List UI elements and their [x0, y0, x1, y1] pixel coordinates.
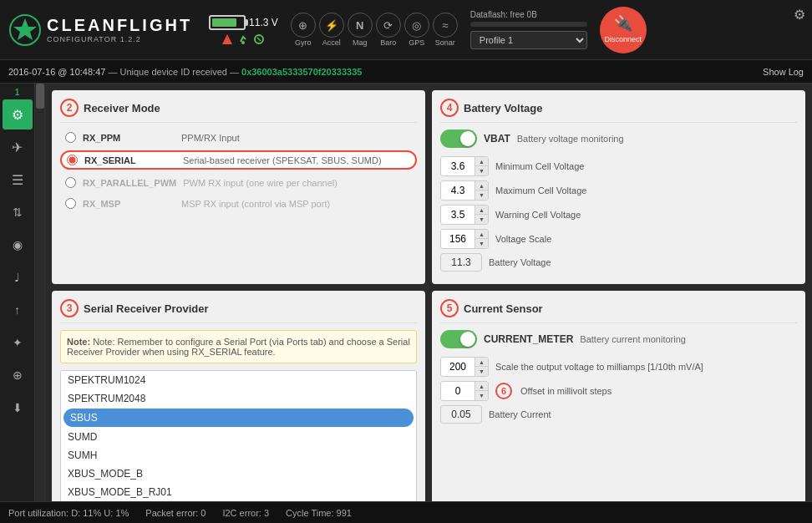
- scale-output-label: Scale the output voltage to milliamps [1…: [495, 362, 703, 372]
- svg-marker-1: [13, 18, 37, 40]
- nav-sonar[interactable]: ≈ Sonar: [433, 13, 458, 47]
- provider-sumh[interactable]: SUMH: [61, 446, 416, 465]
- battery-voltage-readonly: 11.3: [440, 253, 482, 272]
- main-layout: 1 ⚙ ✈ ☰ ⇅ ◉ ♩ ↑ ✦ ⊕ ⬇ 2 Receiver Mode: [0, 84, 812, 501]
- volt-scale-down-btn[interactable]: ▼: [475, 239, 488, 248]
- gear-icon[interactable]: ⚙: [794, 7, 805, 23]
- provider-xbus-mode-b[interactable]: XBUS_MODE_B: [61, 465, 416, 483]
- content-area: 2 Receiver Mode RX_PPM PPM/RX Input RX_S…: [45, 84, 812, 501]
- sidebar-item-pid[interactable]: ⇅: [3, 197, 33, 227]
- min-cell-down-btn[interactable]: ▼: [475, 166, 488, 175]
- sidebar-item-gps2[interactable]: ⊕: [3, 360, 33, 390]
- rx-ppm-option[interactable]: RX_PPM PPM/RX Input: [60, 129, 417, 145]
- packet-error: Packet error: 0: [145, 508, 206, 518]
- dataflash-area: Dataflash: free 0B Profile 1: [470, 10, 587, 49]
- rx-serial-radio[interactable]: [67, 155, 78, 165]
- nav-baro[interactable]: ⟳ Baro: [376, 13, 401, 47]
- nav-gyro[interactable]: ⊕ Gyro: [291, 13, 316, 47]
- sidebar-item-settings[interactable]: ⚙: [3, 99, 33, 129]
- disconnect-button[interactable]: 🔌 Disconnect: [600, 7, 647, 53]
- provider-spektrum1024[interactable]: SPEKTRUM1024: [61, 371, 416, 389]
- vbat-desc: Battery voltage monitoring: [517, 134, 624, 144]
- rx-serial-option[interactable]: RX_SERIAL Serial-based receiver (SPEKSAT…: [60, 150, 417, 170]
- rx-msp-desc: MSP RX input (control via MSP port): [181, 199, 330, 209]
- max-cell-up-btn[interactable]: ▲: [475, 181, 488, 190]
- rx-ppm-radio[interactable]: [65, 132, 76, 143]
- sidebar-number-1: 1: [3, 88, 33, 97]
- profile-select[interactable]: Profile 1: [470, 31, 587, 49]
- nav-gps[interactable]: ◎ GPS: [404, 13, 429, 47]
- provider-spektrum2048[interactable]: SPEKTRUM2048: [61, 389, 416, 408]
- sidebar-item-control[interactable]: ☰: [3, 165, 33, 195]
- volt-scale-up-btn[interactable]: ▲: [475, 230, 488, 239]
- nav-mag[interactable]: N Mag: [348, 13, 373, 47]
- provider-sbus[interactable]: SBUS: [63, 409, 414, 427]
- show-log-button[interactable]: Show Log: [763, 67, 804, 77]
- warn-cell-up-btn[interactable]: ▲: [475, 206, 488, 215]
- rx-parallel-option[interactable]: RX_PARALLEL_PWM PWM RX input (one wire p…: [60, 175, 417, 190]
- offset-label: Offset in millivolt steps: [520, 386, 612, 396]
- rx-parallel-label: RX_PARALLEL_PWM: [83, 178, 176, 188]
- current-meter-desc: Battery current monitoring: [580, 334, 686, 344]
- battery-voltage-text: 11.3 V: [249, 17, 278, 28]
- sidebar-item-servo[interactable]: ✦: [3, 328, 33, 358]
- min-cell-voltage-input[interactable]: [441, 158, 475, 175]
- nav-accel[interactable]: ⚡ Accel: [319, 13, 344, 47]
- warning-cell-voltage-input[interactable]: [441, 206, 475, 223]
- rx-ppm-desc: PPM/RX Input: [181, 133, 240, 143]
- warning-cell-label: Warning Cell Voltage: [495, 210, 581, 220]
- min-cell-label: Minimum Cell Voltage: [495, 161, 584, 171]
- logo-sub: CONFIGURATOR 1.2.2: [47, 35, 192, 43]
- offset-input[interactable]: [441, 383, 475, 399]
- scale-down-btn[interactable]: ▼: [475, 367, 488, 376]
- rx-serial-label: RX_SERIAL: [84, 155, 176, 165]
- logo-text: CLEANFLIGHT: [47, 16, 192, 35]
- svg-point-3: [241, 41, 245, 44]
- battery-indicator: 11.3 V: [209, 15, 278, 45]
- receiver-options: RX_PPM PPM/RX Input RX_SERIAL Serial-bas…: [60, 129, 417, 211]
- logo: CLEANFLIGHT CONFIGURATOR 1.2.2: [8, 13, 192, 47]
- sidebar-item-down[interactable]: ⬇: [3, 393, 33, 423]
- offset-down-btn[interactable]: ▼: [475, 391, 488, 400]
- scale-up-btn[interactable]: ▲: [475, 358, 488, 367]
- rx-parallel-desc: PWM RX input (one wire per channel): [183, 178, 337, 188]
- scale-output-input[interactable]: [441, 358, 475, 375]
- status-message: — Unique device ID received —: [108, 67, 239, 77]
- i2c-error: I2C error: 3: [222, 508, 269, 518]
- battery-voltage-label: Battery Voltage: [489, 257, 551, 267]
- sidebar-item-modes[interactable]: ♩: [3, 262, 33, 292]
- vbat-toggle[interactable]: [440, 129, 477, 148]
- current-meter-toggle[interactable]: [440, 330, 477, 348]
- rx-msp-option[interactable]: RX_MSP MSP RX input (control via MSP por…: [60, 195, 417, 211]
- provider-list[interactable]: SPEKTRUM1024 SPEKTRUM2048 SBUS SUMD SUMH…: [60, 370, 417, 501]
- header: CLEANFLIGHT CONFIGURATOR 1.2.2 11.3 V ⊕ …: [0, 0, 812, 60]
- sidebar-item-motor[interactable]: ↑: [3, 295, 33, 325]
- offset-up-btn[interactable]: ▲: [475, 382, 488, 391]
- min-cell-up-btn[interactable]: ▲: [475, 157, 488, 166]
- sidebar-item-receiver[interactable]: ◉: [3, 230, 33, 260]
- svg-marker-2: [222, 34, 232, 44]
- provider-xbus-mode-b-rj01[interactable]: XBUS_MODE_B_RJ01: [61, 483, 416, 501]
- serial-receiver-title: Serial Receiver Provider: [84, 302, 209, 315]
- rx-serial-desc: Serial-based receiver (SPEKSAT, SBUS, SU…: [183, 155, 382, 165]
- max-cell-voltage-input[interactable]: [441, 182, 475, 199]
- provider-sumd[interactable]: SUMD: [61, 428, 416, 446]
- status-timestamp: 2016-07-16 @ 10:48:47: [8, 67, 105, 77]
- voltage-scale-input[interactable]: [441, 231, 475, 247]
- rx-msp-radio[interactable]: [65, 198, 76, 209]
- device-id: 0x36003a5333570f20333335: [241, 67, 362, 77]
- sidebar-item-aircraft[interactable]: ✈: [3, 132, 33, 162]
- serial-note-box: Note: Note: Remember to configure a Seri…: [60, 330, 417, 363]
- battery-current-label: Battery Current: [489, 409, 551, 419]
- current-annotation: 5: [440, 299, 459, 317]
- dataflash-label: Dataflash: free 0B: [470, 10, 537, 19]
- rx-msp-label: RX_MSP: [83, 199, 175, 209]
- rx-parallel-radio[interactable]: [65, 177, 76, 188]
- nav-icons: ⊕ Gyro ⚡ Accel N Mag ⟳ Baro ◎ GPS ≈ Sona…: [291, 13, 458, 47]
- max-cell-down-btn[interactable]: ▼: [475, 190, 488, 200]
- current-sensor-title: Current Sensor: [464, 302, 543, 315]
- current-meter-label: CURRENT_METER: [484, 333, 573, 345]
- max-cell-label: Maximum Cell Voltage: [495, 185, 586, 195]
- battery-voltage-panel: 4 Battery Voltage VBAT Battery voltage m…: [432, 90, 805, 284]
- warn-cell-down-btn[interactable]: ▼: [475, 215, 488, 224]
